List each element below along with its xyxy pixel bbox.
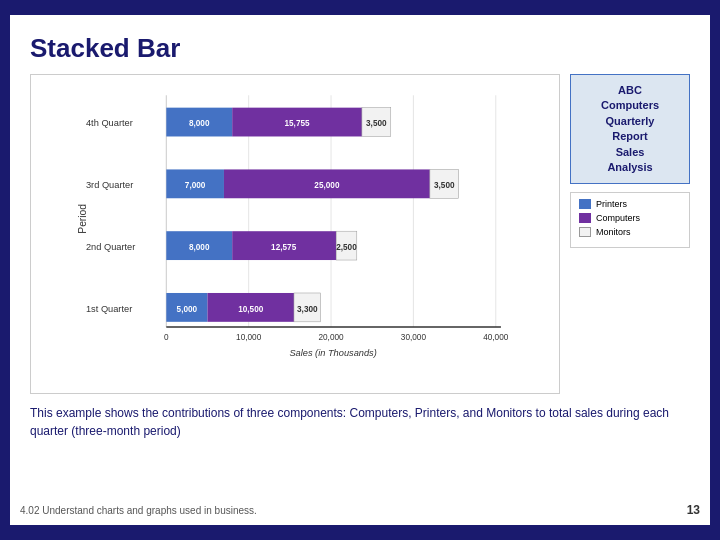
legend-color-monitors [579,227,591,237]
svg-text:25,000: 25,000 [314,181,340,190]
svg-text:30,000: 30,000 [401,333,427,342]
footer-page-number: 13 [687,503,700,517]
svg-text:20,000: 20,000 [318,333,344,342]
legend-color-computers [579,213,591,223]
footer-left: 4.02 Understand charts and graphs used i… [20,505,257,516]
x-axis-label: Sales (in Thousands) [289,348,376,358]
slide-title: Stacked Bar [30,33,690,64]
right-panel: ABC Computers Quarterly Report Sales Ana… [570,74,690,394]
svg-text:2,500: 2,500 [336,243,357,252]
legend-item-monitors: Monitors [579,227,681,237]
svg-text:12,575: 12,575 [271,243,297,252]
label-3rd: 3rd Quarter [86,180,133,190]
report-box: ABC Computers Quarterly Report Sales Ana… [570,74,690,184]
svg-text:10,000: 10,000 [236,333,262,342]
y-axis-label: Period [77,204,88,234]
svg-text:10,500: 10,500 [238,305,264,314]
svg-text:3,300: 3,300 [297,305,318,314]
svg-text:7,000: 7,000 [185,181,206,190]
chart-container: Period 8,000 15,755 3,500 4th Quarter 7,… [30,74,560,394]
legend-item-printers: Printers [579,199,681,209]
slide: Stacked Bar Period 8,000 15,755 [10,15,710,525]
label-2nd: 2nd Quarter [86,242,135,252]
svg-text:15,755: 15,755 [284,119,310,128]
svg-text:3,500: 3,500 [366,119,387,128]
svg-text:8,000: 8,000 [189,243,210,252]
label-1st: 1st Quarter [86,304,132,314]
legend-label-printers: Printers [596,199,627,209]
svg-text:0: 0 [164,333,169,342]
legend-color-printers [579,199,591,209]
label-4th: 4th Quarter [86,118,133,128]
svg-text:5,000: 5,000 [177,305,198,314]
svg-text:40,000: 40,000 [483,333,509,342]
chart-legend: Printers Computers Monitors [570,192,690,248]
bar-chart: Period 8,000 15,755 3,500 4th Quarter 7,… [41,85,549,363]
svg-text:3,500: 3,500 [434,181,455,190]
content-area: Period 8,000 15,755 3,500 4th Quarter 7,… [30,74,690,394]
description-text: This example shows the contributions of … [30,404,690,440]
legend-label-monitors: Monitors [596,227,631,237]
legend-item-computers: Computers [579,213,681,223]
footer: 4.02 Understand charts and graphs used i… [20,503,700,517]
svg-text:8,000: 8,000 [189,119,210,128]
legend-label-computers: Computers [596,213,640,223]
